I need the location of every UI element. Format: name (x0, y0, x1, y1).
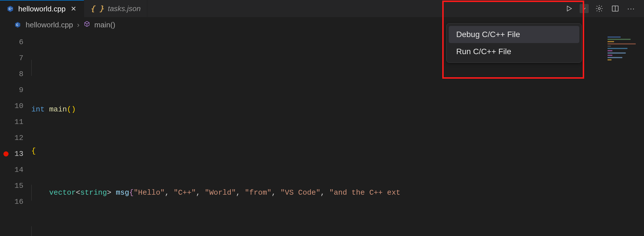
split-editor-icon[interactable] (610, 3, 621, 14)
run-icon[interactable] (564, 3, 574, 14)
symbol-method-icon (83, 21, 90, 29)
minimap[interactable] (604, 32, 644, 236)
gear-icon[interactable] (594, 3, 605, 14)
line-gutter: 6 7 8 9 10 11 12 13 14 15 16 (0, 32, 31, 236)
code-area[interactable]: int main() { vector<string> msg{"Hello",… (31, 32, 604, 236)
close-icon[interactable]: ✕ (70, 5, 78, 13)
svg-text:C: C (16, 23, 18, 27)
menu-run-cpp[interactable]: Run C/C++ File (449, 43, 579, 60)
tab-label: tasks.json (108, 4, 141, 13)
breadcrumb-file[interactable]: helloworld.cpp (26, 21, 73, 29)
more-icon[interactable]: ··· (626, 3, 637, 14)
tab-helloworld[interactable]: C ++ helloworld.cpp ✕ (0, 0, 84, 17)
tabbar-actions: ··· (564, 0, 644, 17)
svg-text:++: ++ (11, 7, 13, 9)
tab-label: helloworld.cpp (18, 5, 66, 13)
breadcrumb-symbol[interactable]: main() (94, 21, 115, 29)
cpp-file-icon: C (14, 21, 22, 29)
json-file-icon: { } (90, 4, 104, 13)
svg-marker-3 (567, 6, 572, 11)
breakpoint-line-13: 13 (0, 146, 31, 162)
menu-debug-cpp[interactable]: Debug C/C++ File (449, 26, 579, 43)
breadcrumb-separator: › (77, 21, 80, 29)
chevron-down-icon[interactable] (580, 4, 589, 13)
code-editor[interactable]: 6 7 8 9 10 11 12 13 14 15 16 int main() … (0, 32, 644, 236)
run-debug-dropdown: Debug C/C++ File Run C/C++ File (446, 23, 582, 63)
tab-tasks-json[interactable]: { } tasks.json (84, 0, 147, 17)
svg-point-4 (598, 7, 600, 9)
editor-tabbar: C ++ helloworld.cpp ✕ { } tasks.json (0, 0, 644, 17)
cpp-file-icon: C ++ (6, 5, 14, 13)
